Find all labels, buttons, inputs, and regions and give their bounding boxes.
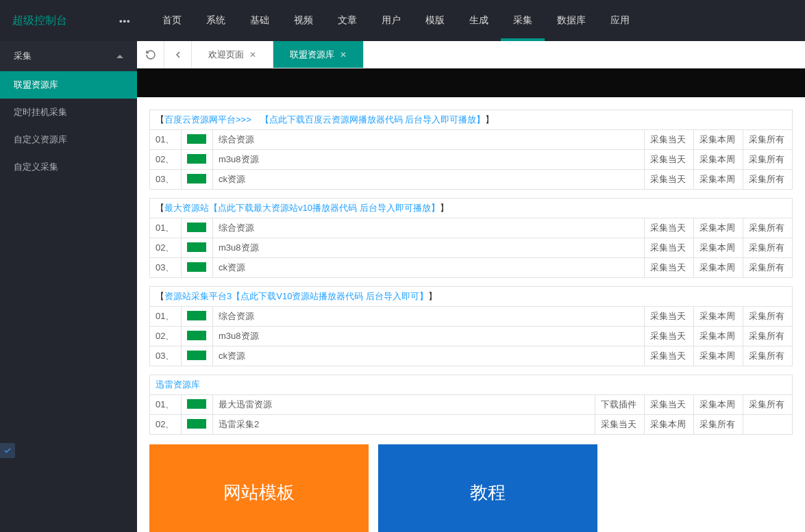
collect-today[interactable]: 采集当天 xyxy=(645,258,694,278)
status-dot xyxy=(182,150,213,170)
collect-today[interactable]: 采集当天 xyxy=(645,130,694,150)
resource-table: 【资源站采集平台3【点此下载V10资源站播放器代码 后台导入即可】】01、综合资… xyxy=(149,286,793,366)
resource-table: 迅雷资源库01、最大迅雷资源下载插件采集当天采集本周采集所有02、迅雷采集2采集… xyxy=(149,375,793,435)
nav-item[interactable]: 文章 xyxy=(325,0,369,41)
collect-today[interactable]: 采集当天 xyxy=(645,327,694,346)
plugin-link[interactable]: 下载插件 xyxy=(595,395,645,415)
nav-item[interactable]: 首页 xyxy=(150,0,194,41)
refresh-icon[interactable] xyxy=(137,41,164,68)
collect-today[interactable]: 采集当天 xyxy=(645,346,694,366)
header-link[interactable]: 最大资源站 xyxy=(164,203,209,213)
collect-today[interactable]: 采集当天 xyxy=(645,307,694,327)
promo-cards: 网站模板教程 xyxy=(149,444,793,532)
resource-name: 迅雷采集2 xyxy=(213,415,595,435)
status-dot xyxy=(182,346,213,366)
resource-name: 最大迅雷资源 xyxy=(213,395,595,415)
header-link[interactable]: 百度云资源网平台>>> xyxy=(164,114,251,125)
collect-all[interactable]: 采集所有 xyxy=(743,395,793,415)
collect-all[interactable]: 采集所有 xyxy=(743,170,793,190)
promo-card[interactable]: 教程 xyxy=(378,444,597,532)
collect-week[interactable]: 采集本周 xyxy=(694,395,743,415)
toolbar-spacer xyxy=(137,68,805,97)
promo-card[interactable]: 网站模板 xyxy=(149,444,369,532)
collect-all[interactable]: 采集所有 xyxy=(743,130,793,150)
row-num: 03、 xyxy=(150,346,182,366)
collect-today[interactable]: 采集当天 xyxy=(595,415,645,435)
nav-item[interactable]: 采集 xyxy=(501,0,545,41)
header-link[interactable]: 资源站采集平台3 xyxy=(164,291,232,301)
collect-week[interactable]: 采集本周 xyxy=(694,307,743,327)
table-row: 02、m3u8资源采集当天采集本周采集所有 xyxy=(150,150,793,170)
sidebar-head[interactable]: 采集 xyxy=(0,41,137,71)
row-num: 03、 xyxy=(150,258,182,278)
collect-week[interactable]: 采集本周 xyxy=(694,238,743,258)
sidebar-item[interactable]: 定时挂机采集 xyxy=(0,99,137,126)
header-link[interactable]: 【点此下载百度云资源网播放器代码 后台导入即可播放】 xyxy=(251,114,486,125)
resource-name: 综合资源 xyxy=(213,130,645,150)
collect-week[interactable]: 采集本周 xyxy=(645,415,694,435)
table-row: 02、m3u8资源采集当天采集本周采集所有 xyxy=(150,327,793,346)
table-row: 01、综合资源采集当天采集本周采集所有 xyxy=(150,130,793,150)
sidebar-item[interactable]: 联盟资源库 xyxy=(0,71,137,99)
tab-label: 联盟资源库 xyxy=(290,49,334,61)
header-link[interactable]: 迅雷资源库 xyxy=(156,379,200,390)
group-header: 【最大资源站【点此下载最大资源站v10播放器代码 后台导入即可播放】】 xyxy=(150,199,793,218)
collect-today[interactable]: 采集当天 xyxy=(645,150,694,170)
close-icon[interactable]: ✕ xyxy=(340,50,347,60)
row-num: 02、 xyxy=(150,238,182,258)
status-dot xyxy=(182,327,213,346)
tab-prev-icon[interactable] xyxy=(164,41,192,68)
nav-item[interactable]: 生成 xyxy=(457,0,501,41)
group-header: 迅雷资源库 xyxy=(150,375,793,395)
collect-week[interactable]: 采集本周 xyxy=(694,130,743,150)
collect-all[interactable]: 采集所有 xyxy=(743,258,793,278)
sidebar: 采集 联盟资源库定时挂机采集自定义资源库自定义采集 xyxy=(0,41,137,532)
resource-name: ck资源 xyxy=(213,346,645,366)
nav-item[interactable]: 数据库 xyxy=(545,0,598,41)
tab[interactable]: 欢迎页面✕ xyxy=(192,41,273,68)
collect-all[interactable]: 采集所有 xyxy=(743,218,793,238)
collect-week[interactable]: 采集本周 xyxy=(694,327,743,346)
status-dot xyxy=(182,307,213,327)
collect-today[interactable]: 采集当天 xyxy=(645,238,694,258)
resource-name: m3u8资源 xyxy=(213,238,645,258)
row-num: 03、 xyxy=(150,170,182,190)
sidebar-item[interactable]: 自定义采集 xyxy=(0,153,137,181)
nav-item[interactable]: 视频 xyxy=(282,0,325,41)
collect-week[interactable]: 采集本周 xyxy=(694,150,743,170)
nav-item[interactable]: 基础 xyxy=(238,0,282,41)
status-dot xyxy=(182,238,213,258)
status-dot xyxy=(182,258,213,278)
collect-all[interactable]: 采集所有 xyxy=(743,238,793,258)
row-num: 02、 xyxy=(150,150,182,170)
header-link[interactable]: 【点此下载最大资源站v10播放器代码 后台导入即可播放】 xyxy=(209,203,440,213)
collect-today[interactable]: 采集当天 xyxy=(645,395,694,415)
table-row: 03、ck资源采集当天采集本周采集所有 xyxy=(150,346,793,366)
collect-all[interactable]: 采集所有 xyxy=(694,415,743,435)
header-link[interactable]: 【点此下载V10资源站播放器代码 后台导入即可】 xyxy=(232,291,428,301)
collect-all[interactable]: 采集所有 xyxy=(743,327,793,346)
collect-week[interactable]: 采集本周 xyxy=(694,218,743,238)
collect-all[interactable]: 采集所有 xyxy=(743,307,793,327)
status-dot xyxy=(182,218,213,238)
nav-item[interactable]: 系统 xyxy=(194,0,238,41)
nav-item[interactable]: 模版 xyxy=(413,0,457,41)
collect-week[interactable]: 采集本周 xyxy=(694,170,743,190)
close-icon[interactable]: ✕ xyxy=(249,50,256,60)
row-num: 02、 xyxy=(150,415,182,435)
collect-today[interactable]: 采集当天 xyxy=(645,170,694,190)
resource-name: 综合资源 xyxy=(213,218,645,238)
row-num: 01、 xyxy=(150,130,182,150)
status-dot xyxy=(182,395,213,415)
collect-all[interactable]: 采集所有 xyxy=(743,150,793,170)
help-icon[interactable] xyxy=(0,443,15,458)
more-icon[interactable]: ••• xyxy=(119,16,131,26)
collect-today[interactable]: 采集当天 xyxy=(645,218,694,238)
collect-all[interactable]: 采集所有 xyxy=(743,346,793,366)
collect-week[interactable]: 采集本周 xyxy=(694,258,743,278)
collect-week[interactable]: 采集本周 xyxy=(694,346,743,366)
nav-item[interactable]: 应用 xyxy=(598,0,642,41)
tab[interactable]: 联盟资源库✕ xyxy=(273,41,364,68)
sidebar-item[interactable]: 自定义资源库 xyxy=(0,126,137,153)
nav-item[interactable]: 用户 xyxy=(369,0,413,41)
